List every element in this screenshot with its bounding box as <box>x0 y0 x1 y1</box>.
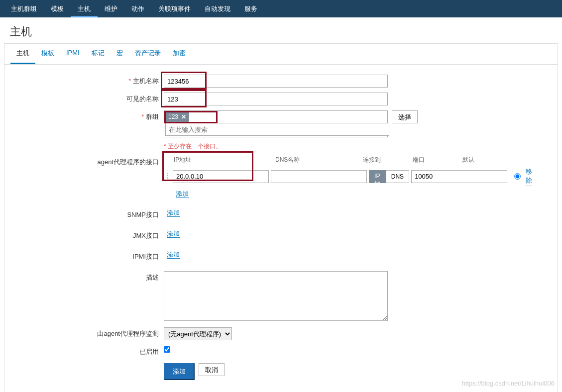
cancel-button[interactable]: 取消 <box>199 363 225 376</box>
group-label: 群组 <box>14 110 164 121</box>
select-group-button[interactable]: 选择 <box>392 110 418 123</box>
agent-interface-label: agent代理程序的接口 <box>14 156 164 167</box>
tabs: 主机 模板 IPMI 标记 宏 资产记录 加密 <box>4 44 558 65</box>
nav-templates[interactable]: 模板 <box>44 0 71 17</box>
top-nav: 主机群组 模板 主机 维护 动作 关联项事件 自动发现 服务 <box>0 0 562 17</box>
agent-interface-row: ⋮⋮⋮⋮ IP地址 DNS 移除 <box>164 167 532 186</box>
add-agent-interface-link[interactable]: 添加 <box>176 190 189 198</box>
group-tag-container[interactable]: 123 ✕ <box>164 110 388 137</box>
tab-ipmi[interactable]: IPMI <box>60 44 86 64</box>
col-connect-header: 连接到 <box>363 156 413 164</box>
nav-discovery[interactable]: 自动发现 <box>198 0 237 17</box>
host-name-input[interactable] <box>164 75 388 88</box>
monitored-by-label: 由agent代理程序监测 <box>14 327 164 338</box>
tab-macros[interactable]: 宏 <box>111 44 129 64</box>
monitored-by-select[interactable]: (无agent代理程序) <box>164 327 232 340</box>
jmx-label: JMX接口 <box>14 229 164 240</box>
description-textarea[interactable] <box>164 271 388 321</box>
drag-handle-icon[interactable]: ⋮⋮⋮⋮ <box>164 175 171 179</box>
enabled-label: 已启用 <box>14 345 164 356</box>
group-tag-remove-icon[interactable]: ✕ <box>181 113 186 120</box>
col-default-header: 默认 <box>462 156 492 164</box>
port-input[interactable] <box>411 170 507 183</box>
dns-name-input[interactable] <box>271 170 367 183</box>
page-title: 主机 <box>0 17 562 43</box>
tab-tags[interactable]: 标记 <box>86 44 111 64</box>
nav-actions[interactable]: 动作 <box>124 0 151 17</box>
group-search-input[interactable] <box>165 123 389 136</box>
snmp-label: SNMP接口 <box>14 208 164 219</box>
remove-interface-link[interactable]: 移除 <box>526 167 532 186</box>
add-ipmi-link[interactable]: 添加 <box>167 251 180 259</box>
nav-services[interactable]: 服务 <box>237 0 264 17</box>
col-dns-header: DNS名称 <box>273 156 363 164</box>
enabled-checkbox[interactable] <box>164 346 170 353</box>
add-jmx-link[interactable]: 添加 <box>167 230 180 238</box>
nav-host-groups[interactable]: 主机群组 <box>4 0 44 17</box>
ipmi-label: IPMI接口 <box>14 250 164 261</box>
connect-ip-toggle[interactable]: IP地址 <box>369 170 386 183</box>
tab-inventory[interactable]: 资产记录 <box>129 44 167 64</box>
add-button[interactable]: 添加 <box>164 363 195 380</box>
tab-host[interactable]: 主机 <box>10 44 35 64</box>
visible-name-input[interactable] <box>164 93 388 105</box>
ip-address-input[interactable] <box>173 170 269 183</box>
visible-name-label: 可见的名称 <box>14 93 164 103</box>
connect-dns-toggle[interactable]: DNS <box>386 170 409 183</box>
add-snmp-link[interactable]: 添加 <box>167 209 180 217</box>
tab-encryption[interactable]: 加密 <box>167 44 192 64</box>
content-panel: 主机 模板 IPMI 标记 宏 资产记录 加密 主机名称 可见的名称 群组 <box>4 43 558 392</box>
tab-templates[interactable]: 模板 <box>35 44 60 64</box>
watermark: https://blog.csdn.net/Lihuihui006 <box>462 380 555 387</box>
nav-hosts[interactable]: 主机 <box>71 0 98 17</box>
nav-maintenance[interactable]: 维护 <box>98 0 124 17</box>
col-port-header: 端口 <box>413 156 462 164</box>
host-name-label: 主机名称 <box>14 75 164 86</box>
nav-correlation[interactable]: 关联项事件 <box>151 0 198 17</box>
form-area: 主机名称 可见的名称 群组 123 ✕ <box>4 65 558 392</box>
group-tag-text: 123 <box>168 113 178 120</box>
col-ip-header: IP地址 <box>164 156 273 164</box>
group-tag[interactable]: 123 ✕ <box>165 112 189 122</box>
interface-warning: * 至少存在一个接口。 <box>164 143 222 150</box>
default-radio[interactable] <box>514 173 521 180</box>
description-label: 描述 <box>14 271 164 282</box>
